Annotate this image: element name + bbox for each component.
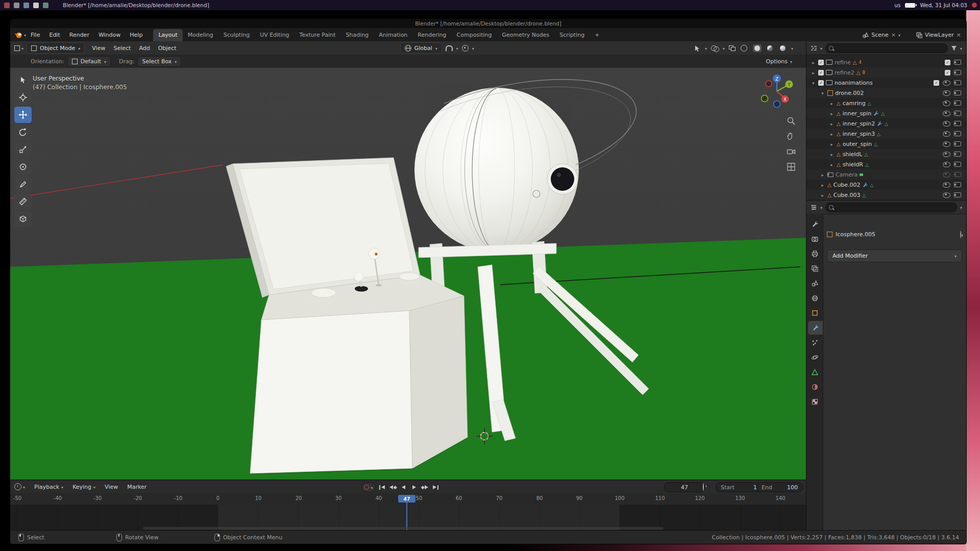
expand-icon[interactable]: [829, 100, 835, 107]
tab-rendering[interactable]: Rendering: [412, 29, 451, 41]
outliner-row-cube003[interactable]: Cube.003: [806, 190, 966, 200]
visibility-eye-icon[interactable]: [943, 141, 950, 147]
menu-playback[interactable]: Playback: [30, 484, 67, 490]
tab-uv-editing[interactable]: UV Editing: [255, 29, 294, 41]
tab-layout[interactable]: Layout: [153, 29, 182, 41]
tab-modeling[interactable]: Modeling: [183, 29, 218, 41]
collection-checkbox[interactable]: [818, 70, 824, 76]
tab-modifiers[interactable]: [808, 321, 823, 335]
tab-scripting[interactable]: Scripting: [554, 29, 590, 41]
active-object-name[interactable]: Icosphere.005: [836, 231, 875, 238]
outliner-row-camring[interactable]: camring: [806, 98, 966, 108]
collection-checkbox[interactable]: [818, 80, 824, 86]
3d-viewport[interactable]: User Perspective (47) Collection | Icosp…: [10, 68, 806, 480]
outliner-row-shieldr[interactable]: shieldR: [806, 159, 966, 169]
tab-particles[interactable]: [806, 336, 823, 349]
visibility-eye-icon[interactable]: [943, 152, 950, 157]
taskbar-app-icon[interactable]: [14, 3, 19, 8]
visibility-eye-icon[interactable]: [943, 172, 950, 178]
render-visibility-icon[interactable]: [954, 182, 961, 187]
axis-neg-z[interactable]: [774, 101, 780, 108]
mode-dropdown[interactable]: Object Mode: [27, 42, 85, 54]
tab-texture[interactable]: [806, 395, 823, 409]
tab-world[interactable]: [806, 291, 823, 305]
outliner-row-shieldl[interactable]: shieldL: [806, 149, 966, 159]
previous-keyframe-button[interactable]: [388, 483, 397, 492]
tab-view-layer[interactable]: [806, 262, 823, 276]
viewlayer-checkbox[interactable]: [945, 60, 950, 65]
chevron-down-icon[interactable]: [960, 204, 962, 211]
collapse-icon[interactable]: [820, 90, 825, 96]
expand-icon[interactable]: [829, 131, 835, 137]
transform-orientation-dropdown[interactable]: Global: [400, 42, 442, 54]
filter-funnel-icon[interactable]: [951, 45, 957, 51]
render-visibility-icon[interactable]: [954, 111, 961, 116]
visibility-eye-icon[interactable]: [943, 111, 950, 116]
power-icon[interactable]: [972, 3, 977, 8]
outliner-row-inner-spin2[interactable]: inner_spin2: [806, 118, 966, 129]
tool-measure[interactable]: [14, 193, 32, 210]
tool-rotate[interactable]: [14, 124, 32, 140]
jump-to-end-button[interactable]: [431, 483, 440, 492]
frame-start-field[interactable]: Start 1: [716, 482, 762, 492]
tab-object-data[interactable]: [806, 365, 823, 379]
navigation-gizmo[interactable]: Z Y X: [758, 73, 795, 110]
collapse-icon[interactable]: [811, 80, 816, 86]
outliner-row-noanimations[interactable]: noanimations: [806, 78, 966, 88]
menu-object[interactable]: Object: [154, 45, 181, 52]
editor-type-button[interactable]: [14, 45, 23, 52]
expand-icon[interactable]: [820, 182, 825, 188]
tab-scene[interactable]: [806, 277, 823, 290]
overlays-icon[interactable]: [711, 45, 719, 51]
timeline-editor-type-button[interactable]: [14, 483, 25, 490]
taskbar-app-icon[interactable]: [4, 3, 10, 8]
chevron-down-icon[interactable]: [723, 45, 725, 52]
expand-icon[interactable]: [829, 110, 835, 117]
orientation-dropdown[interactable]: Default: [67, 56, 111, 67]
tool-add-cube[interactable]: [14, 211, 32, 227]
axis-neg-y[interactable]: [762, 95, 768, 102]
expand-icon[interactable]: [829, 120, 835, 127]
keyboard-layout-indicator[interactable]: us: [894, 2, 900, 8]
play-reverse-button[interactable]: [399, 483, 408, 492]
tab-object[interactable]: [806, 306, 823, 320]
tab-render[interactable]: [806, 232, 823, 246]
tab-tool[interactable]: [806, 217, 823, 231]
render-visibility-icon[interactable]: [954, 141, 961, 146]
expand-icon[interactable]: [811, 59, 816, 66]
drag-dropdown[interactable]: Select Box: [137, 56, 181, 67]
current-frame-field[interactable]: 47: [664, 482, 705, 492]
tab-material[interactable]: [806, 380, 823, 394]
menu-marker[interactable]: Marker: [123, 484, 151, 490]
render-visibility-icon[interactable]: [954, 162, 961, 167]
viewlayer-checkbox[interactable]: [934, 80, 939, 86]
render-visibility-icon[interactable]: [954, 172, 961, 177]
expand-icon[interactable]: [829, 151, 835, 158]
expand-icon[interactable]: [820, 171, 825, 178]
zoom-button[interactable]: [785, 115, 797, 127]
menu-render[interactable]: Render: [65, 32, 94, 38]
tool-scale[interactable]: [14, 141, 32, 158]
visibility-eye-icon[interactable]: [943, 101, 950, 106]
tab-texture-paint[interactable]: Texture Paint: [295, 29, 341, 41]
outliner-row-outer-spin[interactable]: outer_spin: [806, 139, 966, 149]
outliner-row-inner-spin[interactable]: inner_spin: [806, 108, 966, 118]
auto-key-button[interactable]: [361, 482, 376, 492]
outliner-search-input[interactable]: [825, 43, 948, 53]
tool-annotate[interactable]: [14, 176, 32, 192]
expand-icon[interactable]: [829, 141, 835, 147]
options-dropdown[interactable]: Options: [766, 58, 792, 65]
visibility-eye-icon[interactable]: [943, 131, 950, 137]
frame-end-field[interactable]: End 100: [756, 482, 803, 492]
tab-physics[interactable]: [806, 350, 823, 364]
pan-button[interactable]: [785, 130, 797, 142]
tool-3d-cursor[interactable]: [14, 89, 32, 106]
visibility-eye-icon[interactable]: [943, 162, 950, 167]
proportional-editing-icon[interactable]: [462, 45, 469, 52]
render-visibility-icon[interactable]: [954, 121, 961, 126]
expand-icon[interactable]: [829, 161, 835, 168]
outliner-row-inner-spin3[interactable]: inner_spin3: [806, 129, 966, 139]
viewlayer-checkbox[interactable]: [945, 70, 950, 76]
snap-magnet-icon[interactable]: [446, 45, 453, 51]
outliner-row-cube002[interactable]: Cube.002: [806, 180, 966, 190]
